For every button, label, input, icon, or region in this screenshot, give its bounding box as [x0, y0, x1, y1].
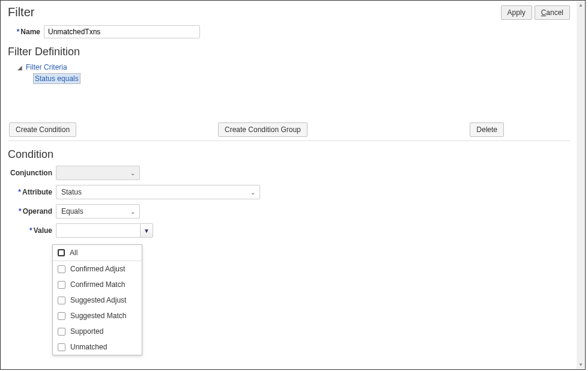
- filter-definition-title: Filter Definition: [8, 46, 570, 58]
- checkbox-icon: [58, 297, 65, 304]
- triangle-down-icon: ▼: [144, 228, 150, 234]
- condition-title: Condition: [8, 148, 570, 161]
- value-option-confirmed-match[interactable]: Confirmed Match: [53, 277, 142, 292]
- value-dropdown-panel: All Confirmed Adjust Confirmed Match Sug…: [52, 244, 142, 355]
- create-condition-group-button[interactable]: Create Condition Group: [218, 122, 308, 137]
- scroll-up-icon[interactable]: ▲: [578, 2, 583, 8]
- value-option-suggested-adjust[interactable]: Suggested Adjust: [53, 292, 142, 308]
- create-condition-button[interactable]: Create Condition: [9, 122, 76, 137]
- delete-button[interactable]: Delete: [470, 122, 504, 137]
- tree-collapse-icon[interactable]: ◢: [17, 64, 23, 71]
- attribute-label: *Attribute: [8, 188, 56, 196]
- checkbox-icon: [58, 265, 65, 273]
- page-title: Filter: [8, 5, 34, 19]
- scroll-down-icon[interactable]: ▼: [578, 362, 583, 367]
- tree-criteria-selected[interactable]: Status equals: [33, 73, 80, 84]
- checkbox-icon: [58, 249, 65, 256]
- conjunction-select[interactable]: [56, 166, 140, 180]
- conjunction-label: Conjunction: [8, 169, 56, 177]
- value-option-all[interactable]: All: [53, 245, 142, 261]
- value-label: *Value: [8, 226, 56, 235]
- checkbox-icon: [58, 328, 65, 336]
- checkbox-icon: [58, 281, 65, 289]
- name-label: *Name: [8, 28, 44, 36]
- apply-button[interactable]: Apply: [501, 5, 532, 20]
- checkbox-icon: [58, 312, 65, 320]
- value-option-suggested-match[interactable]: Suggested Match: [53, 308, 142, 324]
- value-dropdown-button[interactable]: ▼: [140, 223, 153, 238]
- attribute-select[interactable]: Status: [56, 185, 260, 199]
- value-option-supported[interactable]: Supported: [53, 324, 142, 339]
- vertical-scrollbar[interactable]: ▲ ▼: [577, 1, 585, 369]
- name-input[interactable]: [44, 25, 200, 38]
- operand-select[interactable]: Equals: [56, 204, 140, 219]
- tree-root[interactable]: Filter Criteria: [26, 63, 67, 71]
- checkbox-icon: [58, 343, 65, 351]
- value-option-unmatched[interactable]: Unmatched: [53, 339, 142, 355]
- cancel-button[interactable]: Cancel: [535, 5, 570, 20]
- operand-label: *Operand: [8, 207, 56, 216]
- value-option-confirmed-adjust[interactable]: Confirmed Adjust: [53, 261, 142, 277]
- value-select[interactable]: [56, 223, 140, 238]
